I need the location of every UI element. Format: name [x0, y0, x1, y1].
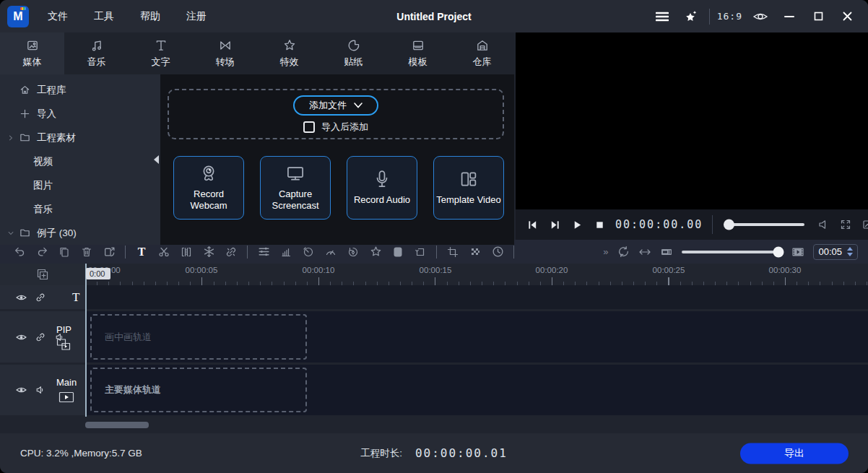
main-track-header[interactable]: Main — [0, 365, 85, 415]
sidebar-item-images[interactable]: 图片 — [0, 173, 160, 197]
sidebar-item-music[interactable]: 音乐 — [0, 197, 160, 221]
timeline-zoom-thumb[interactable] — [773, 246, 784, 257]
seek-slider[interactable] — [725, 223, 804, 226]
add-text-icon[interactable]: T — [135, 246, 148, 259]
menu-register[interactable]: 注册 — [176, 6, 217, 27]
stop-button[interactable] — [593, 218, 606, 231]
freeze-frame-icon[interactable] — [202, 246, 215, 259]
add-after-import-checkbox[interactable] — [303, 121, 315, 133]
crop-icon[interactable] — [446, 246, 459, 259]
refresh-timeline-icon[interactable] — [617, 246, 630, 259]
file-dropzone[interactable]: 添加文件 导入后添加 — [168, 89, 504, 139]
more-tools-icon[interactable]: » — [603, 246, 608, 257]
next-frame-button[interactable] — [548, 218, 561, 231]
split-icon[interactable] — [180, 246, 193, 259]
pip-track-label: PIP — [56, 324, 71, 334]
favorite-star-icon[interactable] — [369, 246, 382, 259]
mask-icon[interactable] — [391, 246, 404, 259]
minimize-button[interactable] — [778, 6, 800, 27]
zoom-in-film-icon[interactable] — [791, 246, 804, 259]
speed-icon[interactable] — [302, 246, 315, 259]
timeline-hscrollbar[interactable] — [85, 422, 149, 428]
template-video-button[interactable]: Template Video — [433, 156, 504, 220]
sidebar-item-examples[interactable]: 例子 (30) — [0, 221, 160, 245]
main-track-lane[interactable]: 主要媒体轨道 — [85, 365, 868, 415]
copy-icon[interactable] — [58, 246, 71, 259]
rotate-icon[interactable] — [414, 246, 427, 259]
preview-eye-icon[interactable] — [750, 6, 771, 27]
add-file-button[interactable]: 添加文件 — [293, 95, 378, 116]
default-duration-spinbox[interactable]: 00:05 — [813, 244, 858, 260]
adjust-icon[interactable] — [257, 246, 270, 259]
add-track-icon[interactable] — [36, 268, 49, 281]
chevron-down-icon[interactable] — [7, 230, 14, 237]
menu-help[interactable]: 帮助 — [130, 6, 170, 27]
eye-icon[interactable] — [14, 383, 27, 396]
play-button[interactable] — [570, 218, 583, 231]
aspect-ratio-value[interactable]: 16:9 — [717, 11, 742, 22]
replace-icon[interactable] — [103, 246, 116, 259]
transition-icon — [219, 38, 232, 53]
eye-icon[interactable] — [14, 331, 27, 344]
tab-media[interactable]: 媒体 — [0, 32, 64, 74]
duration-clock-icon[interactable] — [491, 246, 504, 259]
tab-warehouse[interactable]: 仓库 — [450, 32, 514, 74]
audio-levels-icon[interactable] — [279, 246, 292, 259]
tab-music[interactable]: 音乐 — [64, 32, 129, 74]
speedometer-icon[interactable] — [324, 246, 337, 259]
zoom-out-film-icon[interactable] — [660, 246, 673, 259]
text-track-header[interactable]: T — [0, 285, 85, 311]
sidebar-item-video[interactable]: 视频 — [0, 149, 160, 173]
eye-icon[interactable] — [14, 291, 27, 304]
tab-text[interactable]: 文字 — [129, 32, 193, 74]
hamburger-menu-icon[interactable] — [651, 6, 673, 27]
undo-icon[interactable] — [13, 246, 26, 259]
volume-icon[interactable] — [817, 218, 830, 231]
detach-audio-icon[interactable] — [225, 246, 238, 259]
delete-icon[interactable] — [80, 246, 93, 259]
fullscreen-icon[interactable] — [839, 218, 852, 231]
spin-up-icon[interactable] — [847, 247, 853, 251]
titlebar-divider — [709, 9, 710, 25]
menu-tools[interactable]: 工具 — [84, 6, 124, 27]
seek-slider-thumb[interactable] — [724, 220, 734, 230]
text-track-lane[interactable] — [85, 285, 868, 309]
upgrade-star-icon[interactable] — [680, 6, 702, 27]
sidebar-collapse-icon[interactable] — [154, 155, 159, 164]
color-rotate-icon[interactable] — [347, 246, 360, 259]
maximize-button[interactable] — [807, 6, 829, 27]
tab-stickers[interactable]: 贴纸 — [321, 32, 386, 74]
export-button[interactable]: 导出 — [740, 443, 849, 464]
redo-icon[interactable] — [35, 246, 48, 259]
timeline-ruler[interactable]: 00:00:00 00:00:05 00:00:10 00:00:15 00:0… — [85, 264, 868, 285]
close-button[interactable] — [836, 6, 858, 27]
sidebar-item-import[interactable]: 导入 — [0, 102, 160, 126]
mosaic-icon[interactable] — [469, 246, 482, 259]
tab-label: 仓库 — [473, 56, 492, 69]
timeline-zoom-slider[interactable] — [682, 251, 783, 253]
sidebar-item-project-library[interactable]: 工程库 — [0, 78, 160, 102]
timeline-body[interactable]: 00:00:00 00:00:05 00:00:10 00:00:15 00:0… — [85, 264, 868, 433]
window-title: Untitled Project — [396, 11, 471, 22]
playhead[interactable] — [85, 264, 87, 417]
speaker-icon[interactable] — [34, 383, 47, 396]
spin-down-icon[interactable] — [847, 253, 853, 256]
sidebar-item-project-assets[interactable]: 工程素材 — [0, 126, 160, 149]
cut-icon[interactable] — [157, 246, 170, 259]
tab-effects[interactable]: 特效 — [257, 32, 321, 74]
fit-timeline-icon[interactable] — [638, 246, 651, 259]
menu-file[interactable]: 文件 — [38, 6, 78, 27]
link-icon[interactable] — [34, 291, 47, 304]
record-webcam-button[interactable]: Record Webcam — [173, 156, 244, 220]
previous-frame-button[interactable] — [526, 218, 539, 231]
record-audio-button[interactable]: Record Audio — [347, 156, 417, 220]
link-icon[interactable] — [34, 331, 47, 344]
chevron-right-icon[interactable] — [7, 134, 14, 142]
export-frame-icon[interactable] — [862, 218, 868, 231]
pip-track-header[interactable]: PIP — [0, 311, 85, 365]
tab-templates[interactable]: 模板 — [386, 32, 450, 74]
pip-track-lane[interactable]: 画中画轨道 — [85, 311, 868, 363]
capture-screencast-button[interactable]: Capture Screencast — [260, 156, 331, 220]
video-viewport[interactable] — [516, 32, 868, 209]
tab-transition[interactable]: 转场 — [193, 32, 257, 74]
